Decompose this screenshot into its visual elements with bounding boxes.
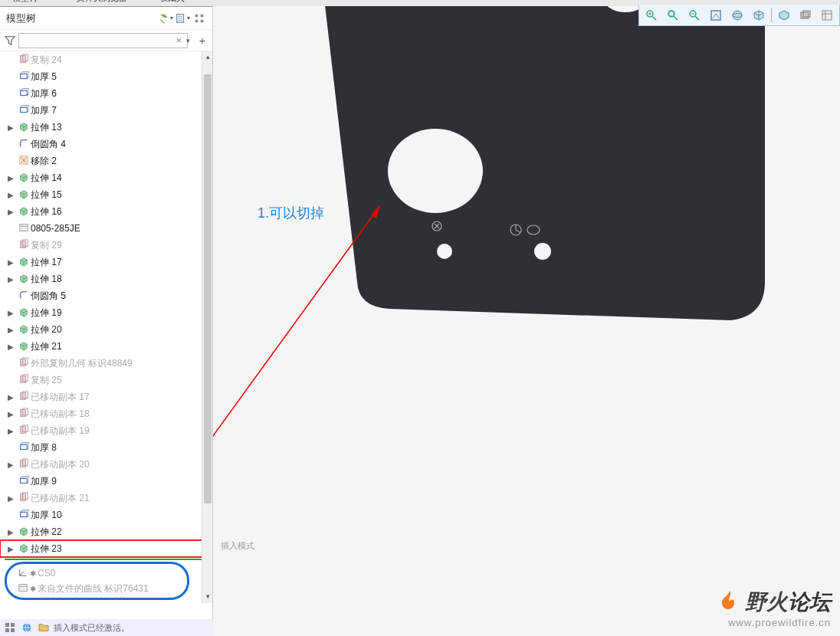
tree-item[interactable]: 加厚 8 — [0, 439, 212, 456]
tree-item[interactable]: ▶拉伸 13 — [0, 119, 212, 136]
feature-icon — [17, 121, 31, 134]
repaint-icon[interactable] — [707, 7, 725, 24]
tree-item[interactable]: ▶已移动副本 19 — [0, 422, 212, 439]
tree-item[interactable]: ▶拉伸 19 — [0, 304, 212, 321]
tree-item[interactable]: 加厚 5 — [0, 68, 212, 85]
status-grid-icon[interactable] — [3, 621, 17, 634]
expand-icon[interactable]: ▶ — [8, 326, 17, 334]
expand-icon[interactable]: ▶ — [8, 393, 17, 402]
tree-item[interactable]: 外部复制几何 标识48849 — [0, 355, 212, 372]
tree-item[interactable]: ▶拉伸 20 — [0, 321, 212, 338]
tree-scrollbar[interactable]: ▴ ▾ — [202, 51, 212, 603]
tree-item[interactable]: 加厚 6 — [0, 85, 212, 102]
clear-filter-icon[interactable]: × — [176, 34, 182, 46]
tree-item[interactable]: 倒圆角 4 — [0, 136, 212, 152]
tree-item[interactable]: 复制 24 — [0, 51, 212, 68]
tree-item[interactable]: 移除 2 — [0, 152, 212, 169]
tree-item[interactable]: 加厚 7 — [0, 102, 212, 119]
feature-icon — [17, 374, 31, 387]
tree-item[interactable]: ▶已移动副本 21 — [0, 490, 212, 507]
tree-item[interactable]: ✱来自文件的曲线 标识76431 — [7, 581, 187, 596]
display-style-icon[interactable] — [728, 7, 746, 24]
view-manager-icon[interactable] — [818, 7, 836, 24]
tree-item-label: 0805-285JE — [31, 223, 80, 234]
tree-item[interactable]: ▶拉伸 23 — [0, 540, 212, 557]
tree-item[interactable]: ▶已移动副本 20 — [0, 456, 212, 473]
add-filter-icon[interactable]: + — [195, 34, 209, 48]
panel-header: 模型树 ▾ ▾ — [0, 7, 212, 30]
zoom-out-icon[interactable] — [685, 7, 704, 24]
scroll-up-icon[interactable]: ▴ — [204, 53, 212, 62]
tree-item[interactable]: ▶拉伸 17 — [0, 254, 212, 270]
tree-item[interactable]: 加厚 9 — [0, 473, 212, 490]
feature-icon — [17, 138, 31, 151]
feature-icon — [17, 54, 31, 67]
graphics-view[interactable]: 1.可以切掉 插入模式 野火论坛 www.proewildfire.cn — [213, 6, 840, 636]
saved-view-icon[interactable] — [775, 7, 793, 24]
expand-icon[interactable]: ▶ — [8, 123, 17, 132]
svg-rect-52 — [801, 12, 809, 18]
tree-item[interactable]: 复制 25 — [0, 372, 212, 388]
perspective-icon[interactable] — [796, 7, 815, 24]
expand-icon[interactable]: ▶ — [8, 174, 17, 182]
expand-icon[interactable]: ▶ — [8, 494, 17, 503]
tree-item-label: 拉伸 21 — [31, 340, 62, 353]
tree-item[interactable]: 加厚 10 — [0, 507, 212, 523]
status-folder-icon[interactable] — [37, 621, 51, 634]
svg-rect-32 — [5, 623, 9, 627]
feature-icon — [17, 155, 31, 168]
zoom-in-icon[interactable] — [642, 7, 661, 24]
tree-item-label: 外部复制几何 标识48849 — [31, 357, 133, 370]
expand-icon[interactable]: ▶ — [8, 208, 17, 216]
expand-icon[interactable]: ▶ — [8, 461, 17, 469]
svg-rect-33 — [11, 623, 15, 627]
tree-item[interactable]: 倒圆角 5 — [0, 287, 212, 304]
filter-icon[interactable] — [3, 34, 17, 48]
tree-item[interactable]: ▶已移动副本 17 — [0, 388, 212, 405]
feature-icon — [17, 526, 31, 539]
tree-item[interactable]: ▶拉伸 21 — [0, 338, 212, 355]
view-toolbar — [638, 5, 840, 26]
model-canvas[interactable] — [213, 6, 840, 604]
tree-item-label: 拉伸 15 — [31, 189, 62, 202]
tree-item[interactable]: ▶已移动副本 18 — [0, 405, 212, 422]
tree-options-icon[interactable] — [191, 10, 208, 27]
tree-item[interactable]: ▶拉伸 22 — [0, 523, 212, 540]
zoom-fit-icon[interactable] — [664, 7, 682, 24]
tree-item-label: 拉伸 13 — [31, 121, 62, 134]
tree-filter-row: × ▾ + — [0, 30, 212, 51]
tree-item-label: 加厚 10 — [31, 509, 62, 522]
tree-item[interactable]: ▶拉伸 15 — [0, 186, 212, 203]
expand-icon[interactable]: ▶ — [8, 258, 17, 267]
expand-icon[interactable]: ▶ — [8, 545, 17, 553]
insert-marker-icon: ✱ — [30, 585, 36, 593]
status-globe-icon[interactable] — [20, 621, 34, 634]
tree-item[interactable]: 复制 29 — [0, 237, 212, 254]
expand-icon[interactable]: ▶ — [8, 528, 17, 536]
expand-icon[interactable]: ▶ — [8, 410, 17, 418]
tree-item-label: 复制 25 — [31, 374, 62, 387]
tree-item[interactable]: ▶拉伸 14 — [0, 169, 212, 186]
svg-rect-4 — [201, 19, 204, 22]
tree-item[interactable]: ▶拉伸 16 — [0, 203, 212, 220]
show-options-icon[interactable]: ▾ — [174, 10, 191, 27]
tree-item[interactable]: ✱CS0 — [7, 566, 187, 581]
expand-icon[interactable]: ▶ — [8, 191, 17, 199]
svg-rect-34 — [5, 628, 9, 632]
scroll-down-icon[interactable]: ▾ — [204, 592, 212, 602]
filter-dropdown-icon[interactable]: ▾ — [182, 33, 194, 48]
tab-modeltree[interactable]: 模型树 — [5, 0, 45, 4]
expand-icon[interactable]: ▶ — [8, 309, 17, 317]
tab-favorites[interactable]: 收藏夹 — [152, 0, 192, 4]
expand-icon[interactable]: ▶ — [8, 343, 17, 351]
feature-icon — [17, 273, 31, 286]
settings-hammer-icon[interactable]: ▾ — [157, 10, 174, 27]
tree-filter-input[interactable] — [18, 33, 188, 48]
expand-icon[interactable]: ▶ — [8, 275, 17, 284]
iso-view-icon[interactable] — [750, 7, 768, 24]
tab-folder-browser[interactable]: 文件夹浏览器 — [69, 0, 135, 4]
tree-item[interactable]: 0805-285JE — [0, 220, 212, 237]
expand-icon[interactable]: ▶ — [8, 427, 17, 435]
tree-item[interactable]: ▶拉伸 18 — [0, 270, 212, 287]
scroll-thumb[interactable] — [204, 74, 212, 503]
